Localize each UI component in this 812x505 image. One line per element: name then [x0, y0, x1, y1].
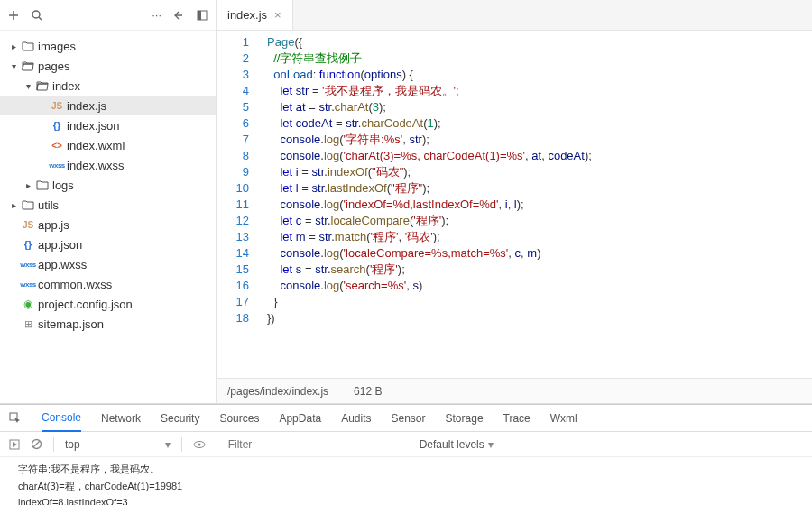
- devtools-tab-sensor[interactable]: Sensor: [392, 405, 426, 432]
- editor-pane: index.js × 123456789101112131415161718 P…: [217, 0, 812, 403]
- file-path: /pages/index/index.js: [227, 385, 328, 398]
- devtools-tab-console[interactable]: Console: [42, 405, 81, 432]
- console-line: charAt(3)=程，charCodeAt(1)=19981: [0, 478, 812, 495]
- file-app.json[interactable]: {}app.json: [0, 234, 216, 254]
- folder-pages[interactable]: ▾pages: [0, 56, 216, 76]
- status-bar: /pages/index/index.js 612 B: [217, 378, 812, 403]
- file-index.json[interactable]: {}index.json: [0, 115, 216, 135]
- devtools-tab-appdata[interactable]: AppData: [279, 405, 321, 432]
- collapse-icon[interactable]: [172, 9, 185, 22]
- svg-point-0: [32, 11, 40, 18]
- devtools-tab-sources[interactable]: Sources: [219, 405, 259, 432]
- tab-bar: index.js ×: [217, 0, 812, 31]
- folder-logs[interactable]: ▸logs: [0, 175, 216, 195]
- svg-rect-2: [198, 11, 201, 20]
- console-line: indexOf=8,lastIndexOf=3: [0, 495, 812, 505]
- file-size: 612 B: [354, 385, 382, 398]
- devtools-tab-wxml[interactable]: Wxml: [550, 405, 577, 432]
- eye-icon[interactable]: [193, 438, 206, 451]
- code-body[interactable]: Page({ //字符串查找例子 onLoad: function(option…: [262, 34, 592, 378]
- sidebar: ··· ▸images▾pages▾indexJSindex.js{}index…: [0, 0, 217, 403]
- devtools-panel: ConsoleNetworkSecuritySourcesAppDataAudi…: [0, 404, 812, 505]
- console-toolbar: top▾ Default levels ▾: [0, 432, 812, 457]
- play-icon[interactable]: [9, 439, 20, 450]
- toggle-panel-icon[interactable]: [196, 9, 208, 22]
- file-project.config.json[interactable]: ◉project.config.json: [0, 294, 216, 314]
- file-app.wxss[interactable]: wxssapp.wxss: [0, 254, 216, 274]
- devtools-tab-trace[interactable]: Trace: [503, 405, 531, 432]
- svg-point-7: [198, 443, 200, 445]
- log-levels[interactable]: Default levels ▾: [420, 438, 494, 451]
- file-index.js[interactable]: JSindex.js: [0, 96, 216, 115]
- folder-images[interactable]: ▸images: [0, 36, 216, 56]
- code-area[interactable]: 123456789101112131415161718 Page({ //字符串…: [217, 31, 812, 378]
- sidebar-toolbar: ···: [0, 0, 216, 31]
- file-tree: ▸images▾pages▾indexJSindex.js{}index.jso…: [0, 31, 216, 339]
- clear-icon[interactable]: [31, 438, 42, 450]
- folder-index[interactable]: ▾index: [0, 76, 216, 96]
- close-icon[interactable]: ×: [274, 8, 281, 22]
- file-index.wxss[interactable]: wxssindex.wxss: [0, 155, 216, 175]
- console-output: 字符串:我不是程序，我是码农。charAt(3)=程，charCodeAt(1)…: [0, 457, 812, 505]
- more-icon[interactable]: ···: [152, 8, 161, 22]
- file-sitemap.json[interactable]: ⊞sitemap.json: [0, 314, 216, 334]
- tab-index-js[interactable]: index.js ×: [217, 0, 293, 30]
- line-gutter: 123456789101112131415161718: [217, 34, 262, 378]
- context-selector[interactable]: top▾: [65, 438, 171, 451]
- filter-input[interactable]: [228, 438, 409, 451]
- devtools-tab-storage[interactable]: Storage: [446, 405, 484, 432]
- file-app.js[interactable]: JSapp.js: [0, 215, 216, 234]
- inspect-icon[interactable]: [9, 412, 22, 425]
- devtools-tab-audits[interactable]: Audits: [341, 405, 371, 432]
- tab-title: index.js: [227, 8, 267, 22]
- search-icon[interactable]: [31, 9, 43, 22]
- new-file-icon[interactable]: [7, 9, 20, 22]
- folder-utils[interactable]: ▸utils: [0, 195, 216, 215]
- file-common.wxss[interactable]: wxsscommon.wxss: [0, 274, 216, 294]
- file-index.wxml[interactable]: <>index.wxml: [0, 135, 216, 155]
- console-line: 字符串:我不是程序，我是码农。: [0, 461, 812, 478]
- devtools-tabs: ConsoleNetworkSecuritySourcesAppDataAudi…: [0, 405, 812, 432]
- devtools-tab-security[interactable]: Security: [161, 405, 199, 432]
- devtools-tab-network[interactable]: Network: [101, 405, 141, 432]
